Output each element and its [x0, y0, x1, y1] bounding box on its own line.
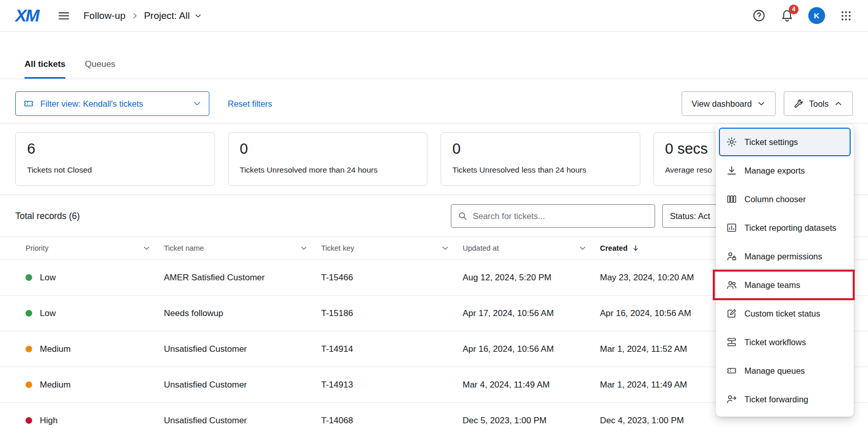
chevron-down-icon [441, 244, 449, 252]
priority-label: High [40, 416, 58, 426]
ticket-name: Unsatisfied Customer [164, 416, 321, 426]
tools-menu-item[interactable]: Custom ticket status [719, 299, 851, 328]
updated-at: Apr 16, 2024, 10:56 AM [463, 344, 600, 354]
workflow-icon [726, 336, 737, 348]
xm-logo[interactable]: XM [15, 6, 39, 26]
updated-at: Dec 5, 2023, 1:00 PM [463, 416, 600, 426]
stat-label: Tickets Unresolved less than 24 hours [452, 165, 629, 175]
wrench-icon [793, 99, 804, 109]
stat-card-unresolved-more-24h: 0 Tickets Unresolved more than 24 hours [228, 132, 428, 186]
ticket-name: Unsatisfied Customer [164, 344, 321, 354]
priority-dot [26, 346, 32, 352]
tab-queues[interactable]: Queues [85, 59, 115, 79]
priority-label: Medium [40, 380, 70, 390]
priority-dot [26, 417, 32, 424]
tools-menu-item[interactable]: Ticket reporting datasets [719, 213, 851, 242]
column-header-updated-at[interactable]: Updated at [463, 244, 600, 252]
chevron-down-icon [142, 244, 151, 252]
tools-menu-item[interactable]: Manage queues [719, 356, 851, 385]
tools-menu-item[interactable]: Ticket workflows [719, 328, 851, 356]
column-header-ticket-name[interactable]: Ticket name [164, 244, 321, 252]
ticket-key: T-14913 [321, 380, 463, 390]
tools-menu-item[interactable]: Manage teams [719, 271, 851, 299]
stat-label: Tickets Unresolved more than 24 hours [240, 165, 416, 175]
stat-label: Tickets not Closed [27, 165, 203, 175]
people-icon [726, 279, 737, 291]
top-bar: XM Follow-up Project: All 4 K [0, 0, 868, 32]
filter-view-select[interactable]: Filter view: Kendall's tickets [15, 91, 209, 116]
edit-icon [726, 308, 737, 319]
view-dashboard-button[interactable]: View dashboard [682, 91, 776, 116]
tools-menu-item[interactable]: Column chooser [719, 185, 851, 213]
stat-card-not-closed: 6 Tickets not Closed [15, 132, 215, 186]
updated-at: Aug 12, 2024, 5:20 PM [463, 273, 600, 283]
ticket-name: Unsatisfied Customer [164, 380, 321, 390]
user-avatar[interactable]: K [808, 7, 825, 24]
column-header-ticket-key[interactable]: Ticket key [321, 244, 463, 252]
stat-value: 6 [27, 140, 203, 157]
updated-at: Mar 4, 2024, 11:49 AM [463, 380, 600, 390]
menu-item-label: Ticket reporting datasets [744, 223, 836, 233]
tools-menu-item[interactable]: Manage permissions [719, 242, 851, 271]
ticket-search [451, 204, 655, 228]
ticket-key: T-14914 [321, 344, 463, 354]
stat-value: 0 [452, 140, 629, 157]
search-icon [457, 211, 468, 221]
ticket-key: T-15466 [321, 273, 463, 283]
menu-item-label: Ticket workflows [744, 337, 806, 347]
menu-item-label: Ticket forwarding [744, 395, 808, 404]
filter-view-label: Filter view: Kendall's tickets [40, 99, 143, 109]
search-input[interactable] [473, 211, 648, 221]
help-icon[interactable] [752, 9, 766, 22]
chevron-down-icon [578, 244, 587, 252]
priority-cell: Low [26, 273, 164, 283]
priority-label: Low [40, 308, 56, 319]
notifications-bell-icon[interactable]: 4 [780, 9, 794, 22]
priority-cell: Medium [26, 344, 164, 354]
breadcrumb-followup[interactable]: Follow-up [84, 10, 126, 21]
chevron-right-icon [131, 12, 139, 20]
priority-label: Medium [40, 344, 70, 354]
updated-at: Apr 17, 2024, 10:56 AM [463, 308, 600, 319]
priority-label: Low [40, 273, 56, 283]
priority-dot [26, 310, 32, 317]
tools-button[interactable]: Tools [784, 91, 853, 116]
gear-icon [726, 136, 737, 148]
hamburger-menu-icon[interactable] [57, 9, 70, 22]
app-grid-icon[interactable] [839, 9, 853, 22]
filter-toolbar: Filter view: Kendall's tickets Reset fil… [0, 79, 868, 123]
menu-item-label: Manage exports [744, 166, 805, 176]
created-at: Dec 4, 2023, 1:00 PM [600, 416, 853, 426]
chart-icon [726, 222, 737, 233]
chevron-down-icon [757, 99, 766, 108]
ticket-icon [23, 98, 34, 109]
breadcrumb: Follow-up Project: All [84, 10, 202, 21]
menu-item-label: Manage permissions [744, 252, 822, 261]
download-icon [726, 165, 737, 176]
person-lock-icon [726, 251, 737, 262]
breadcrumb-project[interactable]: Project: All [144, 10, 202, 21]
chevron-down-icon [192, 99, 202, 108]
sort-descending-icon [632, 244, 640, 252]
menu-item-label: Ticket settings [744, 137, 798, 147]
stat-card-unresolved-less-24h: 0 Tickets Unresolved less than 24 hours [441, 132, 640, 186]
priority-dot [26, 274, 32, 281]
reset-filters-link[interactable]: Reset filters [228, 99, 272, 109]
notification-badge: 4 [789, 5, 799, 14]
priority-cell: Low [26, 308, 164, 319]
menu-item-label: Column chooser [744, 195, 806, 204]
menu-item-label: Manage teams [744, 280, 800, 290]
ticket-icon [726, 365, 737, 376]
chevron-down-icon [300, 244, 308, 252]
tab-all-tickets[interactable]: All tickets [25, 59, 65, 79]
column-header-priority[interactable]: Priority [26, 244, 164, 252]
tools-menu-item[interactable]: Manage exports [719, 156, 851, 185]
tools-menu-item[interactable]: Ticket forwarding [719, 385, 851, 414]
tabs-bar: All tickets Queues [0, 32, 868, 79]
ticket-name: AMER Satisfied Customer [164, 273, 321, 283]
tools-menu-item[interactable]: Ticket settings [719, 128, 851, 156]
total-records-label: Total records (6) [15, 211, 80, 222]
ticket-name: Needs followup [164, 308, 321, 319]
stat-value: 0 [240, 140, 416, 157]
menu-item-label: Custom ticket status [744, 309, 821, 319]
